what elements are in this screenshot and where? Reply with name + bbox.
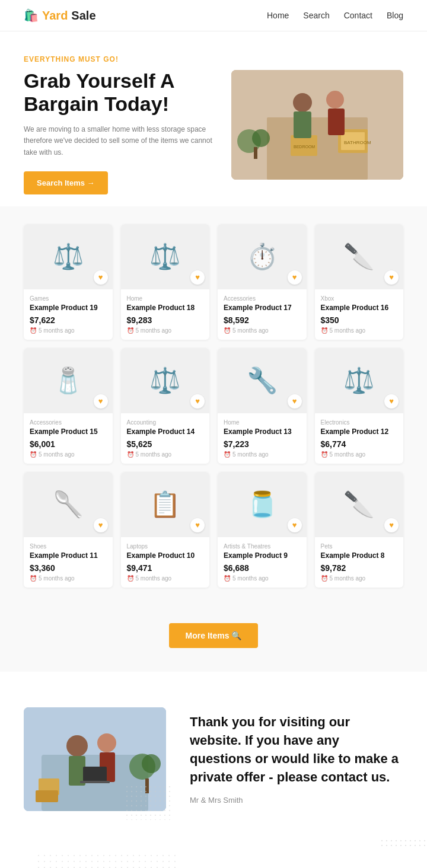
product-card-8[interactable]: 🔪 ♥ Pets Example Product 8 $9,782 ⏰ 5 mo… [315, 472, 404, 588]
favorite-button-17[interactable]: ♥ [288, 270, 302, 285]
product-time-19: ⏰ 5 months ago [30, 327, 107, 334]
svg-rect-13 [254, 147, 257, 159]
product-image-13: 🔧 ♥ [218, 348, 307, 413]
search-items-button[interactable]: Search Items → [24, 171, 108, 194]
favorite-button-11[interactable]: ♥ [94, 518, 108, 532]
product-name-11: Example Product 11 [30, 551, 107, 560]
product-card-10[interactable]: 📋 ♥ Laptops Example Product 10 $9,471 ⏰ … [121, 472, 210, 588]
svg-rect-21 [80, 781, 110, 783]
product-category-8: Pets [321, 543, 398, 550]
favorite-button-15[interactable]: ♥ [94, 394, 108, 409]
product-price-17: $8,592 [224, 315, 301, 325]
contact-text: Thank you for visiting our website. If y… [190, 713, 403, 805]
product-name-13: Example Product 13 [224, 427, 301, 436]
favorite-button-10[interactable]: ♥ [190, 518, 205, 532]
product-card-19[interactable]: ⚖️ ♥ Games Example Product 19 $7,622 ⏰ 5… [24, 224, 113, 340]
product-image-11: 🥄 ♥ [24, 472, 113, 537]
product-card-9[interactable]: 🫙 ♥ Artists & Theatres Example Product 9… [218, 472, 307, 588]
logo[interactable]: 🛍️ YardSale [24, 8, 96, 23]
product-icon-16: 🔪 [343, 242, 374, 271]
product-category-11: Shoes [30, 543, 107, 550]
svg-text:BEDROOM: BEDROOM [294, 145, 315, 149]
clock-icon-12: ⏰ [321, 451, 328, 458]
clock-icon-17: ⏰ [224, 327, 231, 334]
product-card-12[interactable]: ⚖️ ♥ Electronics Example Product 12 $6,7… [315, 348, 404, 464]
product-icon-14: ⚖️ [149, 366, 180, 395]
product-card-18[interactable]: ⚖️ ♥ Home Example Product 18 $9,283 ⏰ 5 … [121, 224, 210, 340]
product-card-15[interactable]: 🧂 ♥ Accessories Example Product 15 $6,00… [24, 348, 113, 464]
clock-icon-10: ⏰ [127, 575, 134, 582]
product-info-19: Games Example Product 19 $7,622 ⏰ 5 mont… [24, 289, 113, 340]
product-info-14: Accounting Example Product 14 $5,625 ⏰ 5… [121, 413, 210, 464]
product-time-16: ⏰ 5 months ago [321, 327, 398, 334]
more-items-label: More Items 🔍 [186, 631, 242, 640]
product-price-16: $350 [321, 315, 398, 325]
product-image-18: ⚖️ ♥ [121, 224, 210, 289]
clock-icon-19: ⏰ [30, 327, 37, 334]
product-card-16[interactable]: 🔪 ♥ Xbox Example Product 16 $350 ⏰ 5 mon… [315, 224, 404, 340]
product-icon-15: 🧂 [53, 366, 84, 395]
product-name-8: Example Product 8 [321, 551, 398, 560]
product-name-12: Example Product 12 [321, 427, 398, 436]
favorite-button-19[interactable]: ♥ [94, 270, 108, 285]
product-card-14[interactable]: ⚖️ ♥ Accounting Example Product 14 $5,62… [121, 348, 210, 464]
hero-subtext: We are moving to a smaller home with les… [24, 124, 214, 158]
product-info-13: Home Example Product 13 $7,223 ⏰ 5 month… [218, 413, 307, 464]
product-icon-9: 🫙 [247, 490, 278, 519]
contact-section: Thank you for visiting our website. If y… [0, 672, 427, 847]
more-items-section: More Items 🔍 [0, 605, 427, 672]
favorite-button-14[interactable]: ♥ [190, 394, 205, 409]
favorite-button-16[interactable]: ♥ [384, 270, 399, 285]
product-category-18: Home [127, 295, 204, 302]
product-category-17: Accessories [224, 295, 301, 302]
product-card-11[interactable]: 🥄 ♥ Shoes Example Product 11 $3,360 ⏰ 5 … [24, 472, 113, 588]
product-time-11: ⏰ 5 months ago [30, 575, 107, 582]
nav-contact[interactable]: Contact [344, 11, 372, 20]
product-card-17[interactable]: ⏱️ ♥ Accessories Example Product 17 $8,5… [218, 224, 307, 340]
product-name-14: Example Product 14 [127, 427, 204, 436]
product-image-16: 🔪 ♥ [315, 224, 404, 289]
product-info-18: Home Example Product 18 $9,283 ⏰ 5 month… [121, 289, 210, 340]
product-image-19: ⚖️ ♥ [24, 224, 113, 289]
favorite-button-9[interactable]: ♥ [288, 518, 302, 532]
favorite-button-13[interactable]: ♥ [288, 394, 302, 409]
product-category-13: Home [224, 419, 301, 426]
product-category-15: Accessories [30, 419, 107, 426]
favorite-button-12[interactable]: ♥ [384, 394, 399, 409]
product-time-10: ⏰ 5 months ago [127, 575, 204, 582]
product-icon-10: 📋 [149, 490, 180, 519]
favorite-button-8[interactable]: ♥ [384, 518, 399, 532]
bottom-dots [36, 853, 178, 868]
product-card-13[interactable]: 🔧 ♥ Home Example Product 13 $7,223 ⏰ 5 m… [218, 348, 307, 464]
product-category-10: Laptops [127, 543, 204, 550]
contact-signature: Mr & Mrs Smith [190, 796, 403, 805]
nav-search[interactable]: Search [303, 11, 329, 20]
svg-rect-10 [328, 108, 345, 135]
svg-rect-20 [83, 767, 107, 781]
product-price-10: $9,471 [127, 563, 204, 573]
hero-tag: EVERYTHING MUST GO! [24, 55, 214, 63]
product-name-10: Example Product 10 [127, 551, 204, 560]
product-info-9: Artists & Theatres Example Product 9 $6,… [218, 537, 307, 588]
nav-blog[interactable]: Blog [387, 11, 403, 20]
product-info-17: Accessories Example Product 17 $8,592 ⏰ … [218, 289, 307, 340]
product-info-8: Pets Example Product 8 $9,782 ⏰ 5 months… [315, 537, 404, 588]
more-items-button[interactable]: More Items 🔍 [169, 623, 259, 648]
main-nav: Home Search Contact Blog [267, 11, 403, 20]
product-price-15: $6,001 [30, 439, 107, 449]
hero-section: EVERYTHING MUST GO! Grab Yourself A Barg… [0, 31, 427, 206]
svg-point-12 [252, 129, 270, 147]
favorite-button-18[interactable]: ♥ [190, 270, 205, 285]
product-name-16: Example Product 16 [321, 304, 398, 312]
svg-point-18 [97, 733, 116, 752]
clock-icon-8: ⏰ [321, 575, 328, 582]
product-info-10: Laptops Example Product 10 $9,471 ⏰ 5 mo… [121, 537, 210, 588]
products-grid: ⚖️ ♥ Games Example Product 19 $7,622 ⏰ 5… [24, 224, 403, 588]
nav-home[interactable]: Home [267, 11, 289, 20]
product-name-17: Example Product 17 [224, 304, 301, 312]
products-section: ⚖️ ♥ Games Example Product 19 $7,622 ⏰ 5… [0, 206, 427, 605]
product-image-14: ⚖️ ♥ [121, 348, 210, 413]
clock-icon-15: ⏰ [30, 451, 37, 458]
product-icon-11: 🥄 [53, 490, 84, 519]
clock-icon-18: ⏰ [127, 327, 134, 334]
